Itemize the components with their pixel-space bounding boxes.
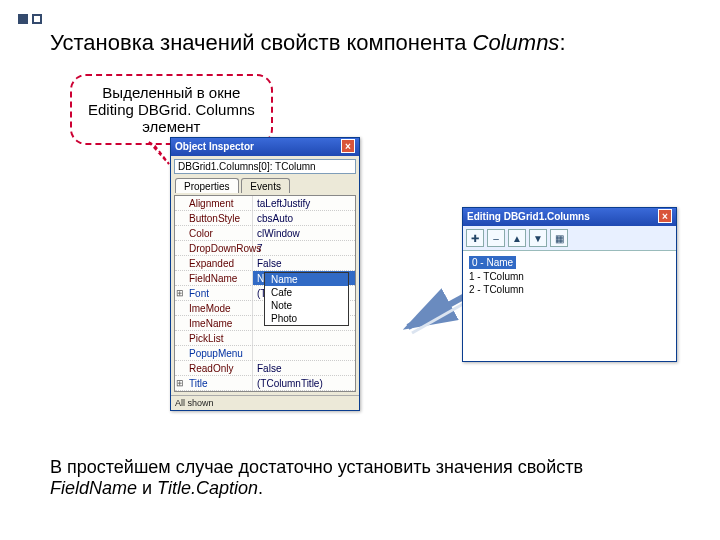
footer-field2: Title.Caption xyxy=(157,478,258,498)
property-name: Alignment xyxy=(175,196,253,210)
editor-title: Editing DBGrid1.Columns xyxy=(467,208,590,226)
move-up-button[interactable]: ▲ xyxy=(508,229,526,247)
property-row[interactable]: AlignmenttaLeftJustify xyxy=(175,196,355,211)
property-row[interactable]: DropDownRows7 xyxy=(175,241,355,256)
property-name: ButtonStyle xyxy=(175,211,253,225)
property-row[interactable]: ColorclWindow xyxy=(175,226,355,241)
property-value[interactable] xyxy=(253,331,355,345)
close-icon[interactable]: × xyxy=(341,139,355,153)
property-name: Title xyxy=(175,376,253,390)
close-icon[interactable]: × xyxy=(658,209,672,223)
add-button[interactable]: ✚ xyxy=(466,229,484,247)
dropdown-option[interactable]: Photo xyxy=(265,312,348,325)
property-value[interactable]: False xyxy=(253,361,355,375)
property-row[interactable]: PopupMenu xyxy=(175,346,355,361)
title-post: : xyxy=(559,30,565,55)
object-inspector-window: Object Inspector × DBGrid1.Columns[0]: T… xyxy=(170,137,360,411)
title-pre: Установка значений свойств компонента xyxy=(50,30,473,55)
property-value[interactable]: 7 xyxy=(253,241,355,255)
inspector-titlebar[interactable]: Object Inspector × xyxy=(171,138,359,156)
title-italic: Columns xyxy=(473,30,560,55)
property-value[interactable]: (TColumnTitle) xyxy=(253,376,355,390)
property-name: Expanded xyxy=(175,256,253,270)
move-down-button[interactable]: ▼ xyxy=(529,229,547,247)
dropdown-option[interactable]: Name xyxy=(265,273,348,286)
editor-toolbar: ✚ – ▲ ▼ ▦ xyxy=(463,226,676,251)
list-item[interactable]: 2 - TColumn xyxy=(469,283,670,296)
footer-field1: FieldName xyxy=(50,478,137,498)
fieldname-dropdown[interactable]: NameCafeNotePhoto xyxy=(264,272,349,326)
footer-end: . xyxy=(258,478,263,498)
property-value[interactable] xyxy=(253,346,355,360)
footer-seg1: В простейшем случае достаточно установит… xyxy=(50,457,583,477)
property-row[interactable]: ReadOnlyFalse xyxy=(175,361,355,376)
property-name: PickList xyxy=(175,331,253,345)
footer-text: В простейшем случае достаточно установит… xyxy=(50,457,670,499)
footer-mid: и xyxy=(137,478,157,498)
edit-button[interactable]: ▦ xyxy=(550,229,568,247)
tab-properties[interactable]: Properties xyxy=(175,178,239,193)
component-selector[interactable]: DBGrid1.Columns[0]: TColumn xyxy=(174,159,356,174)
slide-bullets xyxy=(18,10,46,28)
property-name: PopupMenu xyxy=(175,346,253,360)
dropdown-option[interactable]: Cafe xyxy=(265,286,348,299)
property-row[interactable]: Title(TColumnTitle) xyxy=(175,376,355,391)
property-name: Color xyxy=(175,226,253,240)
editor-titlebar[interactable]: Editing DBGrid1.Columns × xyxy=(463,208,676,226)
property-row[interactable]: ButtonStylecbsAuto xyxy=(175,211,355,226)
list-item[interactable]: 1 - TColumn xyxy=(469,270,670,283)
columns-list[interactable]: 0 - Name1 - TColumn2 - TColumn xyxy=(463,251,676,361)
list-item[interactable]: 0 - Name xyxy=(469,255,670,270)
property-name: FieldName xyxy=(175,271,253,285)
callout-line1: Выделенный в окне xyxy=(88,84,255,101)
property-name: ImeName xyxy=(175,316,253,330)
page-title: Установка значений свойств компонента Co… xyxy=(50,30,670,56)
columns-editor-window: Editing DBGrid1.Columns × ✚ – ▲ ▼ ▦ 0 - … xyxy=(462,207,677,362)
inspector-statusbar: All shown xyxy=(171,395,359,410)
property-row[interactable]: PickList xyxy=(175,331,355,346)
inspector-title: Object Inspector xyxy=(175,138,254,156)
property-name: DropDownRows xyxy=(175,241,253,255)
property-value[interactable]: taLeftJustify xyxy=(253,196,355,210)
delete-button[interactable]: – xyxy=(487,229,505,247)
property-row[interactable]: ExpandedFalse xyxy=(175,256,355,271)
property-value[interactable]: False xyxy=(253,256,355,270)
property-value[interactable]: cbsAuto xyxy=(253,211,355,225)
dropdown-option[interactable]: Note xyxy=(265,299,348,312)
property-name: Font xyxy=(175,286,253,300)
callout-line2: Editing DBGrid. Columns xyxy=(88,101,255,118)
property-name: ReadOnly xyxy=(175,361,253,375)
property-value[interactable]: clWindow xyxy=(253,226,355,240)
tab-events[interactable]: Events xyxy=(241,178,290,193)
callout-box: Выделенный в окне Editing DBGrid. Column… xyxy=(70,74,273,145)
callout-line3: элемент xyxy=(88,118,255,135)
property-name: ImeMode xyxy=(175,301,253,315)
